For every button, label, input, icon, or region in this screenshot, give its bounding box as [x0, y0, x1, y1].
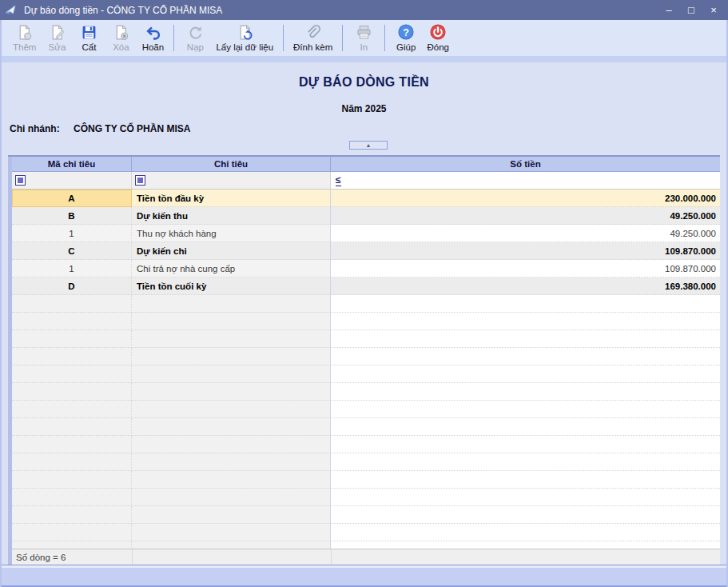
toolbar-button-reload-data[interactable]: Lấy lại dữ liệu [211, 22, 278, 56]
filter-button-code[interactable] [15, 175, 26, 186]
cell-amount [331, 489, 720, 506]
toolbar-button-print: In [348, 22, 380, 56]
cell-name [132, 348, 331, 365]
toolbar-button-attach[interactable]: Đính kèm [288, 22, 337, 56]
report-subtitle: Năm 2025 [2, 103, 726, 114]
toolbar-button-label: Đóng [428, 42, 450, 52]
window-titlebar: Dự báo dòng tiền - CÔNG TY CỔ PHẦN MISA … [0, 0, 728, 20]
empty-row [12, 348, 720, 365]
toolbar-button-label: Sửa [49, 42, 66, 52]
cell-name [132, 401, 331, 418]
cell-name [132, 330, 331, 348]
empty-row [12, 383, 720, 401]
delete-document-icon [112, 23, 129, 41]
cell-name [132, 295, 331, 313]
cell-code: C [12, 242, 132, 260]
filter-operator-amount[interactable]: ≤ [336, 175, 341, 186]
toolbar-separator [173, 25, 174, 51]
cell-amount: 49.250.000 [331, 207, 720, 225]
empty-row [12, 506, 720, 524]
cell-amount [331, 348, 720, 365]
collapse-header-button[interactable]: ▲ [349, 141, 388, 150]
toolbar-separator [283, 25, 284, 51]
filter-icon [18, 178, 23, 183]
cell-code [12, 365, 132, 383]
cell-amount[interactable]: 49.250.000 [331, 225, 720, 242]
toolbar-button-label: Hoãn [142, 42, 165, 52]
cell-name: Tiền tồn đầu kỳ [132, 190, 331, 207]
toolbar-button-help[interactable]: ?Giúp [390, 22, 422, 56]
branch-value: CÔNG TY CỔ PHẦN MISA [74, 123, 190, 134]
toolbar-button-edit: Sửa [41, 22, 73, 56]
table-row[interactable]: ATiền tồn đầu kỳ230.000.000 [12, 190, 720, 207]
cell-code [12, 401, 132, 418]
cell-code [12, 383, 132, 401]
cell-name [132, 313, 331, 330]
cell-amount [331, 383, 720, 401]
cell-name: Thu nợ khách hàng [132, 225, 331, 242]
cell-amount [331, 365, 720, 383]
cell-amount [331, 506, 720, 524]
toolbar-button-save[interactable]: Cất [73, 22, 105, 56]
cell-name [132, 436, 331, 453]
table-row[interactable]: BDự kiến thu49.250.000 [12, 207, 720, 225]
table-row[interactable]: DTiền tồn cuối kỳ169.380.000 [12, 278, 720, 295]
empty-row [12, 418, 720, 436]
branch-label: Chi nhánh: [10, 123, 60, 134]
empty-row [12, 471, 720, 489]
reload-data-icon [236, 23, 253, 41]
toolbar: ThêmSửaCấtXóaHoãnNạpLấy lại dữ liệuĐính … [2, 20, 726, 56]
filter-icon [137, 178, 143, 183]
cell-name [132, 471, 331, 489]
toolbar-button-undo[interactable]: Hoãn [137, 22, 169, 56]
toolbar-button-label: Nạp [187, 42, 204, 52]
minimize-button[interactable]: – [659, 2, 678, 18]
cell-amount [331, 330, 720, 348]
filter-button-name[interactable] [135, 175, 145, 186]
column-header-chi-tieu[interactable]: Chỉ tiêu [132, 157, 331, 172]
cell-amount [331, 295, 720, 313]
cell-code [12, 436, 132, 453]
table-row[interactable]: CDự kiến chi109.870.000 [12, 242, 720, 260]
cell-amount: 109.870.000 [331, 242, 720, 260]
cell-name [132, 506, 331, 524]
cell-code: A [12, 190, 132, 207]
cell-code [12, 524, 132, 541]
empty-row [12, 313, 720, 330]
svg-text:?: ? [403, 27, 409, 38]
filter-row: ≤ [12, 172, 720, 190]
cell-code [12, 506, 132, 524]
cell-code: D [12, 278, 132, 295]
window-bottom-band [2, 565, 726, 587]
empty-row [12, 295, 720, 313]
toolbar-button-close[interactable]: Đóng [422, 22, 454, 56]
cell-name [132, 383, 331, 401]
table-row[interactable]: 1Thu nợ khách hàng49.250.000 [12, 225, 720, 242]
cell-amount: 169.380.000 [331, 278, 720, 295]
maximize-button[interactable]: □ [682, 2, 701, 18]
toolbar-button-label: Xóa [113, 42, 129, 52]
toolbar-button-label: In [360, 42, 368, 52]
toolbar-separator [384, 25, 385, 51]
empty-row [12, 453, 720, 471]
toolbar-button-label: Đính kèm [293, 42, 332, 52]
data-grid: Mã chỉ tiêu Chỉ tiêu Số tiền ≤ ATiền tồn… [8, 155, 720, 565]
table-row[interactable]: 1Chi trả nợ nhà cung cấp109.870.000 [12, 260, 720, 278]
cell-amount [331, 418, 720, 436]
cell-code [12, 453, 132, 471]
cell-name [132, 489, 331, 506]
cell-code [12, 418, 132, 436]
column-header-ma-chi-tieu[interactable]: Mã chỉ tiêu [12, 157, 132, 172]
cell-code [12, 489, 132, 506]
toolbar-button-label: Lấy lại dữ liệu [216, 42, 273, 52]
cell-code [12, 313, 132, 330]
report-title: DỰ BÁO DÒNG TIỀN [2, 75, 726, 90]
cell-code: 1 [12, 225, 132, 242]
table-header-row: Mã chỉ tiêu Chỉ tiêu Số tiền [12, 157, 720, 172]
power-icon [429, 23, 447, 41]
toolbar-button-label: Cất [82, 42, 96, 52]
column-header-so-tien[interactable]: Số tiền [331, 157, 720, 172]
cell-amount[interactable]: 109.870.000 [331, 260, 720, 278]
toolbar-button-load: Nạp [179, 22, 211, 56]
close-window-button[interactable]: × [704, 2, 723, 18]
